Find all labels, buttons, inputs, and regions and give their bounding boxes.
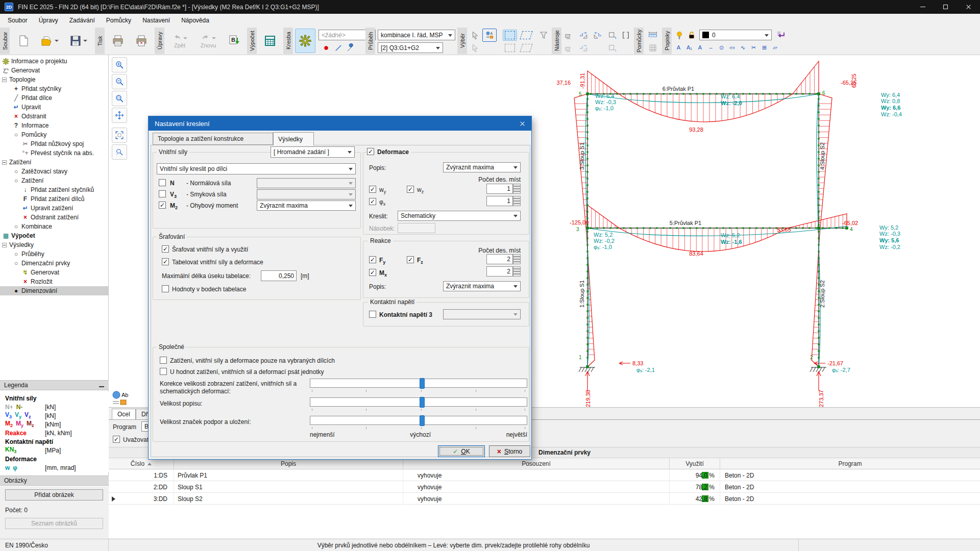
erase-button[interactable]: [564, 30, 576, 41]
caption-size-slider[interactable]: [310, 397, 527, 407]
tree-item-p-idat-sty-n-ky[interactable]: +Přidat styčníky: [0, 84, 108, 93]
tree-item-pr-b-hy[interactable]: ○Průběhy: [0, 249, 108, 259]
open-file-button[interactable]: [36, 29, 63, 53]
tree-item-informace-o-projektu[interactable]: Informace o projektu: [0, 57, 108, 66]
checkbox-tabelovat[interactable]: ✓: [162, 258, 169, 265]
marker-dot-button[interactable]: [321, 42, 332, 54]
table-row-3:DD[interactable]: 3:DDSloup S2vyhovuje42,8 %Beton - 2D: [109, 493, 980, 505]
return-annotations-button[interactable]: [775, 29, 787, 41]
maxlen-input[interactable]: 0,250: [261, 270, 297, 281]
draw-mode-combo[interactable]: Vnitřní síly kreslit po dílci: [157, 163, 356, 174]
annotation-letter-icon-3[interactable]: –: [706, 43, 716, 52]
collapse-legend-button[interactable]: [99, 382, 105, 388]
tree-item-rozlo-it[interactable]: ×Rozložit: [0, 277, 108, 286]
col-vyuziti[interactable]: Využití: [670, 458, 720, 469]
annotation-letter-icon-8[interactable]: ⊞: [760, 43, 769, 52]
menu-item-úpravy[interactable]: Úpravy: [33, 15, 64, 26]
drawing-settings-button[interactable]: [295, 29, 315, 53]
tree-item-topologie[interactable]: Topologie: [0, 75, 108, 84]
checkbox-M2[interactable]: ✓: [159, 202, 166, 209]
copy-properties2-button[interactable]: [577, 42, 590, 54]
calculate-button[interactable]: [259, 29, 281, 53]
checkbox-fz[interactable]: ✓: [407, 256, 414, 263]
undo-button[interactable]: Zpět: [166, 29, 193, 53]
annotation-letter-icon-7[interactable]: ✂: [749, 43, 758, 52]
expander-icon[interactable]: [2, 243, 7, 247]
checkbox-hodnoty[interactable]: [162, 285, 169, 292]
rea-dec2-spinner[interactable]: 2: [486, 266, 513, 277]
tree-item-odstranit[interactable]: ×Odstranit: [0, 112, 108, 121]
bulk-input-combo[interactable]: [ Hromadné zadání ]: [271, 146, 355, 158]
annotation-letter-icon-2[interactable]: A: [695, 43, 705, 52]
rea-dec1-arrows[interactable]: [513, 254, 521, 264]
tree-item-p-idat-d-lce[interactable]: ╱Přidat dílce: [0, 93, 108, 103]
tree-item-generovat[interactable]: ↯Generovat: [0, 268, 108, 277]
def-dec2-arrows[interactable]: [513, 196, 521, 206]
region2-button[interactable]: [605, 42, 619, 54]
tools-button[interactable]: [345, 42, 356, 54]
def-dec1-arrows[interactable]: [513, 184, 521, 194]
tree-item-upravit-zat-en-[interactable]: ↵Upravit zatížení: [0, 204, 108, 213]
add-image-button[interactable]: Přidat obrázek: [5, 489, 103, 500]
close-button[interactable]: [957, 0, 980, 14]
erase-all-button[interactable]: [564, 42, 576, 54]
deselect-polygon-button[interactable]: [519, 42, 533, 54]
checkbox-kontakt3[interactable]: [369, 311, 376, 318]
expander-icon[interactable]: [2, 160, 7, 165]
def-dec2-spinner[interactable]: 1: [486, 196, 513, 206]
col-program[interactable]: Program: [720, 458, 980, 469]
brackets-button[interactable]: [620, 30, 632, 41]
draw-line-button[interactable]: [333, 42, 344, 54]
dialog-tab-vysledky[interactable]: Výsledky: [273, 132, 314, 145]
rea-dec1-spinner[interactable]: 2: [486, 254, 513, 264]
dialog-close-button[interactable]: [516, 118, 529, 129]
ok-button[interactable]: ✓ OK: [438, 445, 485, 457]
tree-item-zat-en-[interactable]: Zatížení: [0, 158, 108, 167]
dialog-tab-topologie[interactable]: Topologie a zatížení konstrukce: [153, 133, 273, 145]
tree-item-p-idat-n-kov-spoj[interactable]: ✂Přidat nůžkový spoj: [0, 139, 108, 148]
image-list-button[interactable]: Seznam obrázků: [5, 518, 103, 529]
support-size-slider[interactable]: [310, 416, 527, 425]
tree-item-pom-cky[interactable]: ○Pomůcky: [0, 130, 108, 139]
kreslit-combo[interactable]: Schematicky: [398, 211, 521, 221]
measure-button[interactable]: [646, 30, 660, 41]
storno-button[interactable]: × Storno: [489, 445, 530, 457]
grid-button[interactable]: [646, 42, 660, 54]
col-cislo[interactable]: Číslo: [109, 458, 174, 469]
select-polygon-button[interactable]: [519, 30, 533, 41]
menu-item-zadávání[interactable]: Zadávání: [64, 15, 101, 26]
menu-item-nápověda[interactable]: Nápověda: [176, 15, 215, 26]
checkbox-wy[interactable]: ✓: [369, 186, 376, 193]
tree-item-kombinace[interactable]: ○Kombinace: [0, 222, 108, 231]
annotation-letter-icon-1[interactable]: A₁: [684, 43, 694, 52]
maximize-button[interactable]: [934, 0, 957, 14]
checkbox-only-selected[interactable]: [160, 357, 167, 364]
rea-popis-combo[interactable]: Zvýraznit maxima: [443, 281, 521, 291]
lock-layer-button[interactable]: [686, 30, 697, 41]
tree-item-generovat[interactable]: Generovat: [0, 66, 108, 75]
checkbox-units[interactable]: [160, 368, 167, 375]
checkbox-fy[interactable]: ✓: [369, 256, 376, 263]
tree-item-dimenza-n-prvky[interactable]: ○Dimenzační prvky: [0, 259, 108, 268]
tree-item-p-ev-st-sty-n-k-na-abs-[interactable]: °+Převést styčník na abs.: [0, 148, 108, 158]
annotation-letter-icon-9[interactable]: ▱: [770, 43, 780, 52]
checkbox-deformace[interactable]: ✓: [367, 148, 374, 155]
def-popis-combo[interactable]: Zvýraznit maxima: [443, 162, 521, 172]
def-dec1-spinner[interactable]: 1: [486, 184, 513, 194]
checkbox-phix[interactable]: ✓: [369, 198, 376, 205]
tree-item-v-po-et[interactable]: ▦Výpočet: [0, 231, 108, 240]
combo-M2[interactable]: Zvýraznit maxima: [257, 201, 356, 211]
save-button[interactable]: [64, 29, 92, 53]
tree-item-p-idat-zat-en-d-lc-[interactable]: FPřidat zatížení dílců: [0, 194, 108, 204]
filter-button[interactable]: [537, 30, 550, 41]
minimize-button[interactable]: [911, 0, 934, 14]
size-correction-slider[interactable]: [310, 379, 527, 388]
tree-item-informace[interactable]: ?Informace: [0, 121, 108, 130]
checkbox-mx[interactable]: ✓: [369, 269, 376, 276]
tree-item-p-idat-zat-en-sty-n-k-[interactable]: ↓Přidat zatížení styčníků: [0, 185, 108, 194]
tree-item-dimenzov-n-[interactable]: ●Dimenzování: [0, 286, 108, 295]
annotation-letter-icon-4[interactable]: ⊙: [717, 43, 726, 52]
annotation-letter-icon-6[interactable]: ∿: [738, 43, 748, 52]
combination-combo[interactable]: kombinace I. řád, MSP: [378, 30, 455, 40]
menu-item-nastavení[interactable]: Nastavení: [137, 15, 176, 26]
